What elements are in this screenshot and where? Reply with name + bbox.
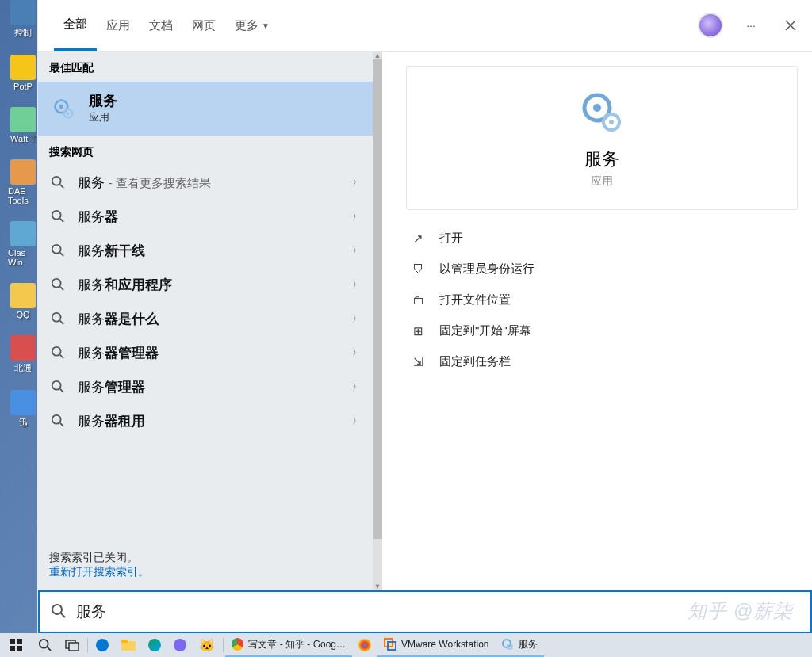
svg-line-13 — [60, 287, 64, 291]
svg-point-3 — [59, 105, 63, 109]
web-result-item[interactable]: 服务管理器〉 — [38, 370, 373, 404]
tab-apps[interactable]: 应用 — [97, 0, 140, 51]
svg-point-14 — [52, 313, 61, 322]
result-text: 服务新干线 — [78, 242, 341, 260]
reopen-index-link[interactable]: 重新打开搜索索引。 — [49, 565, 149, 578]
tab-web[interactable]: 网页 — [182, 0, 225, 51]
tab-docs[interactable]: 文档 — [140, 0, 182, 51]
search-body: 最佳匹配 服务 应用 搜索网页 服务 - 查看更多搜索结果〉服务器〉服务新干线〉… — [38, 52, 812, 590]
search-icon — [49, 346, 67, 360]
svg-line-11 — [60, 253, 64, 257]
svg-point-8 — [52, 211, 61, 220]
action-icon: ↗ — [411, 231, 425, 246]
search-input[interactable] — [76, 603, 799, 621]
index-status-text: 搜索索引已关闭。 — [49, 551, 362, 565]
svg-rect-35 — [69, 643, 79, 651]
search-tabs-header: 全部 应用 文档 网页 更多▼ ··· — [38, 0, 812, 52]
web-result-item[interactable]: 服务器〉 — [38, 200, 373, 234]
taskbar-running-vmware[interactable]: VMware Workstation — [377, 633, 495, 657]
desktop-icon[interactable]: 北通 — [8, 335, 38, 374]
action-item[interactable]: ↗打开 — [406, 223, 798, 254]
taskbar-pinned-explorer[interactable] — [115, 633, 142, 657]
search-icon — [51, 603, 67, 621]
desktop-icon[interactable]: Watt T — [8, 107, 38, 143]
taskbar-pinned-app2[interactable]: 🐱 — [193, 633, 221, 657]
results-scrollbar[interactable]: ▲ ▼ — [373, 52, 382, 590]
result-text: 服务器 — [78, 208, 341, 226]
taskbar-search-button[interactable] — [32, 633, 59, 657]
svg-line-15 — [60, 321, 64, 325]
taskbar-pinned-camera[interactable] — [167, 633, 193, 657]
web-result-item[interactable]: 服务新干线〉 — [38, 234, 373, 268]
chevron-right-icon: 〉 — [352, 346, 362, 360]
desktop-icon[interactable]: 控制 — [8, 0, 38, 39]
web-result-item[interactable]: 服务 - 查看更多搜索结果〉 — [38, 166, 373, 200]
detail-card: 服务 应用 — [406, 66, 798, 210]
chevron-right-icon: 〉 — [352, 210, 362, 223]
svg-line-27 — [61, 613, 65, 617]
action-list: ↗打开⛉以管理员身份运行🗀打开文件位置⊞固定到"开始"屏幕⇲固定到任务栏 — [406, 223, 798, 377]
services-icon — [49, 94, 78, 123]
action-item[interactable]: ⊞固定到"开始"屏幕 — [406, 315, 798, 346]
services-large-icon — [578, 89, 626, 136]
user-avatar[interactable] — [698, 13, 723, 38]
result-text: 服务器管理器 — [78, 344, 341, 362]
action-item[interactable]: ⛉以管理员身份运行 — [406, 254, 798, 285]
chevron-right-icon: 〉 — [352, 380, 362, 394]
svg-point-16 — [52, 347, 61, 356]
desktop-icon[interactable]: Clas Win — [8, 221, 38, 267]
svg-rect-30 — [10, 646, 15, 651]
search-icon — [49, 311, 67, 326]
chevron-right-icon: 〉 — [352, 244, 362, 258]
action-label: 固定到任务栏 — [439, 354, 511, 369]
action-item[interactable]: ⇲固定到任务栏 — [406, 346, 798, 377]
action-icon: ⇲ — [411, 355, 425, 369]
task-view-button[interactable] — [59, 633, 86, 657]
best-match-item[interactable]: 服务 应用 — [38, 82, 373, 136]
chevron-down-icon: ▼ — [262, 21, 270, 30]
action-icon: ⊞ — [411, 324, 425, 338]
desktop-icon[interactable]: QQ — [8, 283, 38, 319]
start-button[interactable] — [0, 633, 32, 657]
web-result-item[interactable]: 服务器是什么〉 — [38, 302, 373, 336]
svg-line-19 — [60, 389, 64, 393]
svg-line-17 — [60, 355, 64, 359]
result-text: 服务 - 查看更多搜索结果 — [78, 174, 341, 192]
taskbar-running-services[interactable]: 服务 — [495, 633, 544, 657]
taskbar-running-chrome[interactable]: 写文章 - 知乎 - Goog… — [225, 633, 352, 657]
taskbar-separator — [87, 638, 88, 652]
web-result-item[interactable]: 服务和应用程序〉 — [38, 268, 373, 302]
svg-line-9 — [60, 219, 64, 223]
svg-rect-31 — [17, 646, 22, 651]
action-item[interactable]: 🗀打开文件位置 — [406, 285, 798, 315]
more-options-button[interactable]: ··· — [739, 13, 763, 37]
svg-line-7 — [60, 185, 64, 189]
search-icon — [49, 175, 67, 189]
svg-point-20 — [52, 415, 61, 424]
chevron-right-icon: 〉 — [352, 414, 362, 428]
desktop-icon[interactable]: PotP — [8, 55, 38, 91]
scroll-thumb[interactable] — [373, 59, 382, 539]
tab-more[interactable]: 更多▼ — [225, 0, 279, 51]
result-text: 服务管理器 — [78, 378, 341, 396]
svg-rect-28 — [10, 639, 15, 644]
result-text: 服务器租用 — [78, 412, 341, 430]
svg-point-18 — [52, 381, 61, 390]
scroll-up-arrow[interactable]: ▲ — [373, 52, 382, 59]
web-result-item[interactable]: 服务器管理器〉 — [38, 336, 373, 370]
svg-point-26 — [52, 605, 62, 614]
desktop-icon[interactable]: 迅 — [8, 390, 38, 429]
action-label: 以管理员身份运行 — [439, 262, 534, 277]
taskbar-pinned-edge[interactable] — [142, 633, 167, 657]
results-pane: 最佳匹配 服务 应用 搜索网页 服务 - 查看更多搜索结果〉服务器〉服务新干线〉… — [38, 52, 373, 590]
close-button[interactable] — [779, 13, 802, 37]
section-web: 搜索网页 — [38, 136, 373, 166]
taskbar-pinned-app[interactable] — [90, 633, 115, 657]
taskbar-pinned-copilot[interactable] — [352, 633, 377, 657]
detail-title: 服务 — [584, 147, 619, 171]
scroll-down-arrow[interactable]: ▼ — [373, 583, 382, 590]
web-result-item[interactable]: 服务器租用〉 — [38, 404, 373, 438]
best-match-subtitle: 应用 — [89, 110, 117, 124]
tab-all[interactable]: 全部 — [54, 0, 97, 51]
desktop-icon[interactable]: DAE Tools — [8, 159, 38, 205]
